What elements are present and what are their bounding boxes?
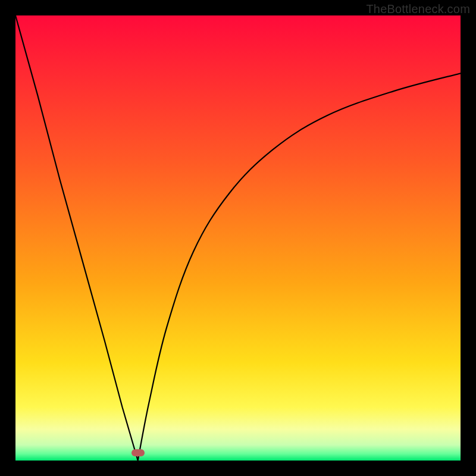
chart-frame: TheBottleneck.com	[0, 0, 476, 476]
gradient-plot-area	[15, 15, 461, 461]
optimal-point-marker	[131, 449, 145, 456]
bottleneck-curve	[15, 15, 461, 461]
watermark-text: TheBottleneck.com	[366, 2, 470, 16]
